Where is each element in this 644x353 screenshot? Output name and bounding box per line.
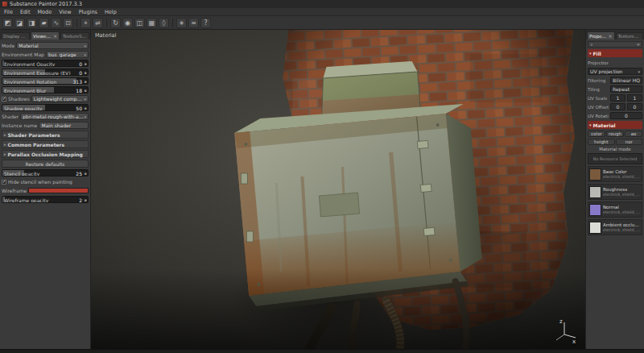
channel-nor-button[interactable]: nor [616,139,643,145]
stencil-opacity-slider[interactable]: Stencil opacity 25 ▪ [2,169,89,176]
chevron-down-icon: ▾ [84,114,86,119]
restore-defaults-button[interactable]: Restore defaults [2,160,89,168]
wireframe-label: Wireframe [2,188,27,193]
no-resource-selected: No Resource Selected [588,153,642,164]
tab-textureset-list[interactable]: TextureSet Li... [616,32,644,39]
environment-map-dropdown[interactable]: bus_garage ▾ [46,51,89,58]
tab-display-settings[interactable]: Display Sett... [1,32,30,39]
settings-icon[interactable]: ∗ [176,18,187,28]
axis-gizmo[interactable]: z x [551,317,579,344]
chevron-down-icon: ▾ [638,69,640,74]
projection-label: Projection [588,60,609,65]
hide-stencil-checkbox[interactable]: ✓ [2,180,6,185]
eraser-tool-icon[interactable]: ◪ [14,18,25,28]
environment-exposure-slider[interactable]: Environment Exposure (EV) 0 ▪ [2,69,89,76]
channel-color-button[interactable]: color [588,131,605,137]
properties-collapse-row[interactable]: ∨ ≡ [588,41,642,48]
environment-opacity-slider[interactable]: Environment Opacity 0 ▪ [2,60,89,67]
menu-edit[interactable]: Edit [20,9,31,15]
environment-rotation-slider[interactable]: Environment Rotation 313 ▪ [2,77,89,85]
uv-offset-x-field[interactable]: 0 [610,103,625,110]
shadows-checkbox[interactable]: ✓ [2,97,6,102]
edit-icon: ▪ [85,197,87,202]
menu-plugins[interactable]: Plugins [79,9,97,15]
menu-view[interactable]: View [59,9,71,15]
section-parallax-occlusion[interactable]: ▸ Parallax Occlusion Mapping [2,150,89,158]
statusbar [0,349,644,353]
toolbar: ◩ ◪ ◨ ▰ ∿ ⊡ ⌖ ⇌ ↻ ◉ ◫ ▦ ◊ ∗ ≡ ? [0,16,644,30]
shadows-mode-dropdown[interactable]: Lightweight computation ▾ [31,95,89,102]
grid-icon[interactable]: ▦ [147,18,157,28]
environment-blur-slider[interactable]: Environment Blur 18 ▪ [2,86,89,93]
channel-ao-button[interactable]: ao [625,131,642,137]
material-picker-icon[interactable]: ⌖ [80,18,91,28]
edit-icon: ▪ [85,61,87,66]
ambient-occlusion-thumbnail [589,222,601,234]
toolbar-separator [172,19,173,27]
clone-tool-icon[interactable]: ⊡ [63,18,73,28]
right-panel: Properties - × TextureSet Li... ∨ ≡ ▾ Fi… [585,30,644,349]
titlebar: Substance Painter 2017.3.3 [0,0,644,8]
viewport-mode-label: Material [95,32,116,39]
menu-file[interactable]: File [4,9,13,15]
uv-scale-x-field[interactable]: 1 [610,94,625,102]
slot-roughness[interactable]: Roughness electrick_shield_01_... [588,184,642,200]
instance-name-label: Instance name [2,123,37,128]
channel-rough-button[interactable]: rough [606,131,624,137]
smudge-tool-icon[interactable]: ∿ [51,18,61,28]
orbit-camera-icon[interactable]: ↻ [110,18,121,28]
section-arrow-icon: ▸ [4,142,6,147]
slot-ambient-occlusion[interactable]: Ambient occlusion electrick_shield_01_..… [588,219,642,235]
channel-height-button[interactable]: height [588,139,615,145]
tab-textureset-settings[interactable]: TextureSet Sett... [60,32,89,39]
instance-name-field[interactable]: Main shader [39,122,89,129]
uv-rotation-label: UV Rotation [588,114,609,118]
filtering-label: Filtering [588,78,609,83]
layout-icon[interactable]: ≡ [188,18,199,28]
material-header[interactable]: ▾ Material [588,121,642,129]
axis-z-label: z [559,318,563,325]
tab-properties[interactable]: Properties - × [587,31,615,39]
wireframe-opacity-slider[interactable]: Wireframe opacity 2 ▪ [2,196,89,203]
uv-scale-label: UV Scale [588,96,609,101]
close-icon[interactable]: × [53,33,57,39]
shader-label: Shader [2,114,19,119]
viewport-3d[interactable]: Material z x [91,30,585,349]
section-shader-parameters[interactable]: ▸ Shader Parameters [2,131,89,139]
menu-mode[interactable]: Mode [37,9,52,15]
shadow-opacity-slider[interactable]: Shadow opacity 50 ▪ [2,104,89,111]
fill-header[interactable]: ▾ Fill [588,49,642,57]
mode-dropdown[interactable]: Material ▾ [16,42,89,49]
slot-base-color[interactable]: Base Color electrick_shield_01_... [588,166,642,182]
projection-dropdown[interactable]: UV projection ▾ [588,68,642,75]
polygon-fill-tool-icon[interactable]: ▰ [39,18,49,28]
menu-help[interactable]: Help [105,9,117,15]
close-icon[interactable]: × [608,33,612,39]
chevron-down-icon: ▾ [84,44,86,48]
main-content: Display Sett... Viewer Set... × TextureS… [0,30,644,349]
brush-tool-icon[interactable]: ◩ [2,18,13,28]
tiling-dropdown[interactable]: Repeat [610,85,642,93]
symmetry-icon[interactable]: ⇌ [93,18,103,28]
uv-scale-y-field[interactable]: 1 [627,94,642,102]
help-icon[interactable]: ? [200,18,211,28]
projection-tool-icon[interactable]: ◨ [27,18,37,28]
shadows-label: Shadows [8,96,30,102]
menubar: File Edit Mode View Plugins Help [0,8,644,16]
section-common-parameters[interactable]: ▸ Common Parameters [2,140,89,148]
wireframe-color-swatch[interactable] [28,188,89,193]
filtering-dropdown[interactable]: Bilinear HQ [610,77,642,84]
app-icon [2,2,7,6]
viewer-settings-body: Mode Material ▾ Environment Map bus_gara… [0,39,90,206]
shader-dropdown[interactable]: pbr-metal-rough-with-alpha-blending ▾ [20,113,89,120]
display-mode-icon[interactable]: ◉ [122,18,133,28]
perspective-icon[interactable]: ◊ [159,18,169,28]
uv-rotation-field[interactable]: 0 [610,112,642,119]
slot-normal[interactable]: Normal electrick_shield_01_... [588,201,642,218]
properties-body: ∨ ≡ ▾ Fill Projection UV projection ▾ Fi… [586,39,644,237]
tab-viewer-settings[interactable]: Viewer Set... × [31,31,60,39]
section-arrow-icon: ▸ [4,152,6,156]
uv-offset-y-field[interactable]: 0 [627,103,642,110]
split-view-icon[interactable]: ◫ [134,18,145,28]
axis-x-label: x [572,338,576,344]
